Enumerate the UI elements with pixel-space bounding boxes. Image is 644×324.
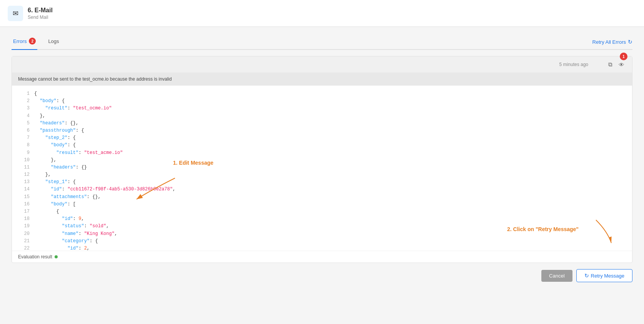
- retry-icon: ↻: [584, 273, 589, 279]
- retry-message-button[interactable]: ↻ Retry Message: [576, 269, 632, 282]
- code-line: 22 "id": 2,: [12, 245, 632, 251]
- tab-errors-label: Errors: [13, 38, 27, 44]
- copy-icon-button[interactable]: ⧉: [607, 60, 614, 69]
- line-content: "passthrough": {: [34, 127, 84, 134]
- line-number: 14: [18, 186, 30, 193]
- line-content: "id": "ccb11672-f98f-4ab5-a530-3d826b0e2…: [34, 186, 175, 193]
- code-line: 21 "category": {: [12, 238, 632, 245]
- tabs-left: Errors 2 Logs: [12, 35, 61, 49]
- error-timestamp: 5 minutes ago: [559, 62, 604, 67]
- code-line: 9 "result": "test_acme.io": [12, 149, 632, 157]
- line-content: "headers": {}: [34, 164, 87, 171]
- tab-logs[interactable]: Logs: [47, 35, 60, 50]
- line-number: 5: [18, 120, 30, 127]
- cancel-button[interactable]: Cancel: [541, 270, 572, 282]
- line-content: "body": [: [34, 201, 76, 208]
- code-line: 3 "result": "test_ocme.io": [12, 105, 632, 112]
- code-line: 4 },: [12, 112, 632, 120]
- code-line: 12 },: [12, 171, 632, 179]
- code-line: 6 "passthrough": {: [12, 127, 632, 134]
- line-content: {: [34, 90, 37, 98]
- tab-errors[interactable]: Errors 2: [12, 35, 37, 50]
- line-number: 22: [18, 245, 30, 251]
- annotation-container: 1 5 minutes ago ⧉ 👁 Message cannot be se…: [12, 56, 632, 263]
- line-content: },: [34, 112, 45, 120]
- line-number: 11: [18, 164, 30, 171]
- line-number: 17: [18, 208, 30, 215]
- code-line: 17 {: [12, 208, 632, 215]
- app-subtitle: Send Mail: [28, 15, 53, 20]
- code-line: 19 "status": "sold",: [12, 223, 632, 230]
- line-number: 21: [18, 238, 30, 245]
- tab-logs-label: Logs: [48, 38, 59, 44]
- line-number: 9: [18, 149, 30, 157]
- error-counter-badge: 1: [620, 53, 627, 60]
- code-line: 18 "id": 9,: [12, 215, 632, 223]
- eval-footer: Evaluation result: [12, 251, 632, 263]
- line-content: "step_1": {: [34, 179, 76, 186]
- code-editor[interactable]: 1{2 "body": {3 "result": "test_ocme.io"4…: [12, 86, 632, 251]
- line-content: "headers": {},: [34, 120, 78, 127]
- line-number: 12: [18, 171, 30, 179]
- line-number: 4: [18, 112, 30, 120]
- error-message-text: Message cannot be sent to the test_ocme.…: [18, 76, 172, 82]
- error-message-bar: Message cannot be sent to the test_ocme.…: [12, 73, 632, 86]
- email-icon: ✉: [13, 9, 18, 18]
- line-content: "status": "sold",: [34, 223, 109, 230]
- line-content: "category": {: [34, 238, 98, 245]
- line-content: "body": {: [34, 98, 65, 105]
- eval-status-dot: [55, 255, 58, 258]
- code-line: 14 "id": "ccb11672-f98f-4ab5-a530-3d826b…: [12, 186, 632, 193]
- line-number: 8: [18, 142, 30, 149]
- code-line: 20 "name": "King Kong",: [12, 230, 632, 238]
- line-number: 10: [18, 157, 30, 164]
- code-line: 11 "headers": {}: [12, 164, 632, 171]
- app-header: ✉ 6. E-Mail Send Mail: [0, 0, 644, 27]
- code-line: 7 "step_2": {: [12, 134, 632, 142]
- code-line: 1{: [12, 90, 632, 98]
- line-number: 19: [18, 223, 30, 230]
- line-number: 15: [18, 193, 30, 201]
- line-content: },: [34, 171, 51, 179]
- line-number: 20: [18, 230, 30, 238]
- bottom-actions: Cancel ↻ Retry Message: [12, 263, 632, 284]
- line-content: "step_2": {: [34, 134, 76, 142]
- retry-all-label: Retry All Errors: [592, 39, 626, 45]
- code-line: 8 "body": {: [12, 142, 632, 149]
- app-header-info: 6. E-Mail Send Mail: [28, 7, 53, 20]
- eval-label: Evaluation result: [18, 254, 52, 260]
- code-line: 5 "headers": {},: [12, 120, 632, 127]
- line-number: 3: [18, 105, 30, 112]
- line-content: {: [34, 208, 59, 215]
- line-number: 6: [18, 127, 30, 134]
- tabs-row: Errors 2 Logs Retry All Errors ↻: [12, 35, 632, 50]
- error-card: 1 5 minutes ago ⧉ 👁 Message cannot be se…: [12, 56, 632, 263]
- line-number: 7: [18, 134, 30, 142]
- code-line: 16 "body": [: [12, 201, 632, 208]
- retry-all-errors-button[interactable]: Retry All Errors ↻: [592, 39, 632, 45]
- line-number: 2: [18, 98, 30, 105]
- line-number: 16: [18, 201, 30, 208]
- line-number: 13: [18, 179, 30, 186]
- code-line: 2 "body": {: [12, 98, 632, 105]
- refresh-icon: ↻: [628, 39, 632, 45]
- line-number: 18: [18, 215, 30, 223]
- line-content: "result": "test_ocme.io": [34, 105, 112, 112]
- code-line: 10 },: [12, 157, 632, 164]
- line-content: },: [34, 157, 57, 164]
- error-card-header: 1 5 minutes ago ⧉ 👁: [12, 56, 632, 73]
- line-content: "id": 9,: [34, 215, 84, 223]
- app-title: 6. E-Mail: [28, 7, 53, 14]
- line-content: "result": "test_acme.io": [34, 149, 123, 157]
- line-content: "body": {: [34, 142, 76, 149]
- line-content: "attachments": {},: [34, 193, 101, 201]
- code-line: 13 "step_1": {: [12, 179, 632, 186]
- code-line: 15 "attachments": {},: [12, 193, 632, 201]
- retry-message-label: Retry Message: [591, 273, 624, 279]
- view-icon-button[interactable]: 👁: [617, 60, 626, 69]
- main-content: Errors 2 Logs Retry All Errors ↻ 1 5 min…: [0, 27, 644, 291]
- line-content: "name": "King Kong",: [34, 230, 117, 238]
- line-content: "id": 2,: [34, 245, 90, 251]
- line-number: 1: [18, 90, 30, 98]
- app-icon: ✉: [8, 6, 23, 21]
